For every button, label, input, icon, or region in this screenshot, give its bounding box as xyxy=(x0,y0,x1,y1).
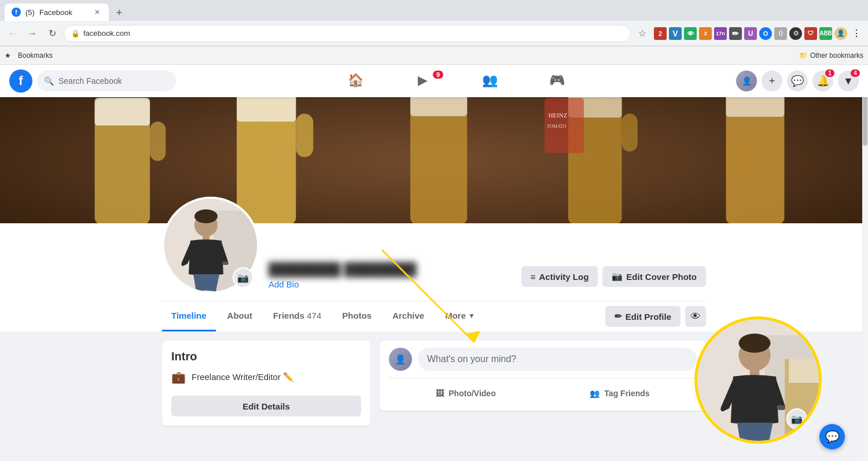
intro-card: Intro 💼 Freelance Writer/Editor ✏️ Edit … xyxy=(162,341,370,426)
other-bookmarks[interactable]: 📁 Other bookmarks xyxy=(799,51,863,60)
ext-icon-10[interactable]: ⊙ xyxy=(789,27,802,40)
bookmarks-icon: ★ xyxy=(5,51,11,60)
search-placeholder: Search Facebook xyxy=(58,76,122,86)
profile-container: HEINZ TOMATO xyxy=(0,97,868,331)
notifications-button[interactable]: 🔔 1 xyxy=(812,71,833,91)
reload-button[interactable]: ↻ xyxy=(44,25,60,42)
browser-toolbar: ← → ↻ 🔒 facebook.com ☆ 2 V 👁 3 17n ✏ U O… xyxy=(0,21,868,46)
messenger-button[interactable]: 💬 xyxy=(787,71,808,91)
groups-icon: 👥 xyxy=(482,73,498,88)
cover-photo[interactable]: HEINZ TOMATO xyxy=(0,97,868,223)
post-actions-row: 🖼 Photo/Video 👥 Tag Friends xyxy=(389,378,697,404)
tab-bar: f (5) Facebook ✕ + xyxy=(0,0,868,21)
add-bio-link[interactable]: Add Bio xyxy=(269,279,521,289)
toolbar-extensions: 2 V 👁 3 17n ✏ U O ⟨⟩ ⊙ 🛡 ABB 👤 ⋮ xyxy=(654,27,863,40)
profile-info-row: 📷 ████████ ████████ Add Bio ≡ Activity L… xyxy=(162,223,706,301)
forward-button[interactable]: → xyxy=(24,25,41,42)
svg-text:TOMATO: TOMATO xyxy=(547,124,567,129)
create-button[interactable]: + xyxy=(762,71,782,91)
ext-icon-8[interactable]: O xyxy=(759,27,772,40)
new-tab-button[interactable]: + xyxy=(111,5,127,21)
ext-icon-6[interactable]: ✏ xyxy=(729,27,742,40)
account-menu-button[interactable]: ▼ 4 xyxy=(838,71,859,91)
ext-icon-3[interactable]: 👁 xyxy=(684,27,697,40)
photo-icon: 🖼 xyxy=(436,389,444,398)
gaming-icon: 🎮 xyxy=(549,73,565,88)
svg-rect-8 xyxy=(410,97,467,223)
page-content: f 🔍 Search Facebook 🏠 ▶ 9 👥 🎮 xyxy=(0,65,868,461)
user-avatar-header[interactable]: 👤 xyxy=(736,71,757,91)
search-bar[interactable]: 🔍 Search Facebook xyxy=(37,71,176,91)
intro-job-text: Freelance Writer/Editor ✏️ xyxy=(192,372,294,382)
address-bar[interactable]: 🔒 facebook.com xyxy=(64,25,631,42)
search-icon: 🔍 xyxy=(44,76,54,86)
bookmark-star-button[interactable]: ☆ xyxy=(634,25,650,42)
url-text: facebook.com xyxy=(83,29,130,38)
nav-video[interactable]: ▶ 9 xyxy=(390,67,455,95)
tag-friends-button[interactable]: 👥 Tag Friends xyxy=(543,383,697,404)
photo-video-button[interactable]: 🖼 Photo/Video xyxy=(389,383,543,404)
pencil-icon: ✏ xyxy=(615,311,622,322)
active-tab[interactable]: f (5) Facebook ✕ xyxy=(5,3,109,21)
activity-log-icon: ≡ xyxy=(531,272,536,282)
svg-rect-36 xyxy=(789,359,822,383)
facebook-logo[interactable]: f xyxy=(9,69,32,93)
ext-icon-13[interactable]: 👤 xyxy=(834,27,847,40)
intro-title: Intro xyxy=(171,350,361,363)
ext-icon-11[interactable]: 🛡 xyxy=(804,27,817,40)
ext-icon-5[interactable]: 17n xyxy=(714,27,727,40)
svg-rect-26 xyxy=(222,261,228,265)
edit-details-button[interactable]: Edit Details xyxy=(171,396,361,416)
tab-friends[interactable]: Friends 474 xyxy=(264,301,330,331)
floating-chat-button[interactable]: 💬 xyxy=(819,424,845,449)
nav-home[interactable]: 🏠 xyxy=(323,67,388,95)
tab-timeline[interactable]: Timeline xyxy=(162,301,216,331)
post-avatar: 👤 xyxy=(389,348,412,371)
edit-cover-photo-button[interactable]: 📷 Edit Cover Photo xyxy=(602,266,706,287)
tab-close-button[interactable]: ✕ xyxy=(93,8,102,17)
post-placeholder: What's on your mind? xyxy=(427,354,516,364)
svg-rect-12 xyxy=(622,114,638,152)
post-input[interactable]: What's on your mind? xyxy=(418,348,697,371)
tab-more[interactable]: More ▼ xyxy=(436,301,484,331)
intro-job-item: 💼 Freelance Writer/Editor ✏️ xyxy=(171,370,361,384)
back-button[interactable]: ← xyxy=(5,25,21,42)
lock-icon: 🔒 xyxy=(71,29,80,38)
nav-groups[interactable]: 👥 xyxy=(457,67,522,95)
svg-rect-4 xyxy=(150,121,165,161)
ext-icon-4[interactable]: 3 xyxy=(699,27,712,40)
edit-profile-button[interactable]: ✏ Edit Profile xyxy=(605,306,681,327)
profile-name: ████████ ████████ xyxy=(269,262,521,277)
browser-frame: f (5) Facebook ✕ + ← → ↻ 🔒 facebook.com … xyxy=(0,0,868,461)
svg-point-33 xyxy=(739,334,771,353)
video-icon: ▶ xyxy=(418,73,428,88)
ext-icon-1[interactable]: 2 xyxy=(654,27,667,40)
post-box: 👤 What's on your mind? 🖼 Photo/Video 👥 T xyxy=(380,341,706,411)
ext-icon-2[interactable]: V xyxy=(669,27,682,40)
video-badge: 9 xyxy=(433,71,443,79)
ext-icon-9[interactable]: ⟨⟩ xyxy=(774,27,787,40)
extensions-button[interactable]: ⋮ xyxy=(849,27,863,40)
tab-archive[interactable]: Archive xyxy=(383,301,433,331)
left-column: Intro 💼 Freelance Writer/Editor ✏️ Edit … xyxy=(162,341,370,426)
tab-count: (5) xyxy=(25,8,35,17)
profile-nav: Timeline About Friends 474 Photos xyxy=(162,301,706,331)
page-scrollbar[interactable] xyxy=(862,65,868,461)
tab-label: Facebook xyxy=(39,8,72,17)
profile-camera-button[interactable]: 📷 xyxy=(233,267,253,288)
profile-bottom: 📷 ████████ ████████ Add Bio ≡ Activity L… xyxy=(0,223,868,331)
ext-icon-12[interactable]: ABB xyxy=(819,27,832,40)
bookmarks-label[interactable]: Bookmarks xyxy=(13,50,57,61)
svg-rect-7 xyxy=(296,114,313,157)
bookmarks-bar: ★ Bookmarks 📁 Other bookmarks xyxy=(0,46,868,65)
tag-icon: 👥 xyxy=(590,389,599,398)
tab-about[interactable]: About xyxy=(218,301,262,331)
ext-icon-7[interactable]: U xyxy=(744,27,757,40)
tab-photos[interactable]: Photos xyxy=(333,301,381,331)
briefcase-icon: 💼 xyxy=(171,370,186,384)
nav-gaming[interactable]: 🎮 xyxy=(524,67,589,95)
notif-badge-2: 4 xyxy=(851,69,860,77)
header-right: 👤 + 💬 🔔 1 ▼ 4 xyxy=(736,71,859,91)
view-as-button[interactable]: 👁 xyxy=(685,306,706,327)
activity-log-button[interactable]: ≡ Activity Log xyxy=(521,266,598,287)
